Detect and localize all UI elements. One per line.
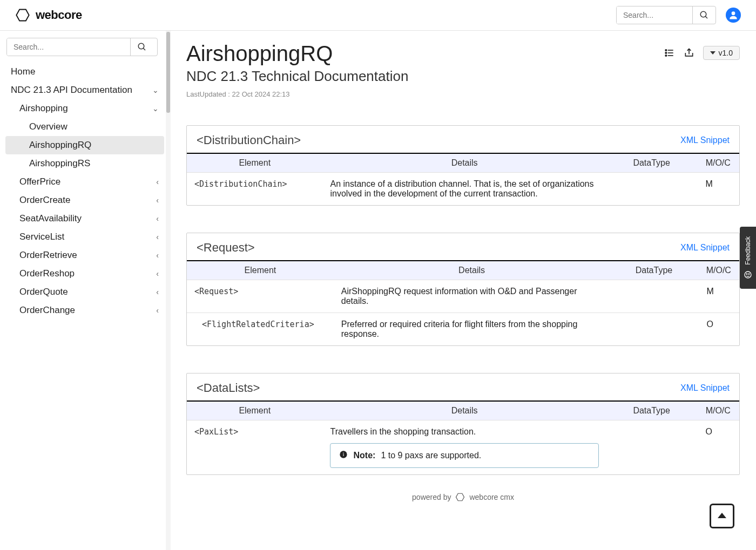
- sidebar-item-label: OrderCreate: [19, 195, 70, 206]
- note-box: iNote: 1 to 9 paxs are supported.: [330, 443, 598, 468]
- sidebar: HomeNDC 21.3 API Documentation⌄Airshoppi…: [0, 31, 170, 550]
- cell-datatype: [606, 173, 697, 206]
- main-area: HomeNDC 21.3 API Documentation⌄Airshoppi…: [0, 31, 756, 550]
- section-title: <Request>: [197, 241, 255, 255]
- share-icon[interactable]: [684, 47, 694, 58]
- content: AirshoppingRQ NDC 21.3 Technical Documen…: [170, 31, 756, 550]
- table-row: <PaxList>Travellers in the shopping tran…: [187, 420, 739, 475]
- search-icon: [137, 42, 147, 52]
- scrollbar-thumb[interactable]: [166, 32, 170, 113]
- version-dropdown[interactable]: v1.0: [703, 46, 740, 60]
- sidebar-item-label: NDC 21.3 API Documentation: [11, 85, 132, 96]
- sidebar-item[interactable]: OrderQuote‹: [5, 283, 164, 301]
- chevron-left-icon: ‹: [156, 196, 159, 205]
- sidebar-item[interactable]: Home: [5, 63, 164, 81]
- page-title: AirshoppingRQ: [186, 42, 408, 66]
- hexagon-icon: [15, 8, 30, 23]
- list-icon[interactable]: [664, 47, 675, 58]
- last-updated: LastUpdated : 22 Oct 2024 22:13: [186, 90, 408, 98]
- sidebar-item-label: OrderChange: [19, 305, 75, 316]
- sidebar-item[interactable]: SeatAvailability‹: [5, 209, 164, 228]
- table-row: <DistributionChain>An instance of a dist…: [187, 173, 739, 206]
- element-table: ElementDetailsDataTypeM/O/C<Distribution…: [187, 154, 739, 205]
- sidebar-item[interactable]: OrderRetrieve‹: [5, 246, 164, 264]
- scroll-to-top-button[interactable]: [710, 504, 734, 528]
- cell-element: <PaxList>: [187, 420, 322, 475]
- page-header: AirshoppingRQ NDC 21.3 Technical Documen…: [186, 42, 740, 98]
- sidebar-item[interactable]: OfferPrice‹: [5, 173, 164, 191]
- cell-moc: M: [698, 280, 739, 313]
- smiley-icon: [744, 270, 752, 279]
- brand-name: webcore: [36, 8, 82, 22]
- sidebar-item[interactable]: OrderCreate‹: [5, 191, 164, 209]
- table-row: <Request>AirShoppingRQ request informati…: [187, 280, 739, 313]
- sidebar-item[interactable]: OrderChange‹: [5, 301, 164, 320]
- cell-details: An instance of a distribution channel. T…: [322, 173, 606, 206]
- sidebar-item[interactable]: OrderReshop‹: [5, 264, 164, 283]
- cell-details: Travellers in the shopping transaction.i…: [322, 420, 606, 475]
- chevron-left-icon: ‹: [156, 214, 159, 223]
- xml-snippet-link[interactable]: XML Snippet: [680, 383, 730, 393]
- svg-point-1: [700, 11, 706, 17]
- sidebar-item[interactable]: AirshoppingRQ: [5, 136, 164, 154]
- search-input[interactable]: [617, 6, 692, 24]
- user-icon: [728, 10, 739, 21]
- note-text: 1 to 9 paxs are supported.: [381, 451, 481, 460]
- chevron-left-icon: ‹: [156, 251, 159, 260]
- svg-marker-16: [718, 513, 726, 518]
- svg-point-19: [748, 274, 749, 274]
- chevron-down-icon: ⌄: [152, 86, 159, 94]
- svg-marker-15: [456, 493, 464, 501]
- user-avatar[interactable]: [726, 8, 741, 23]
- page-subtitle: NDC 21.3 Technical Documentation: [186, 68, 408, 85]
- info-icon: i: [339, 450, 348, 461]
- cell-moc: O: [698, 313, 739, 346]
- chevron-left-icon: ‹: [156, 233, 159, 241]
- feedback-tab[interactable]: Feedback: [740, 227, 756, 289]
- svg-text:i: i: [343, 452, 345, 457]
- col-datatype: DataType: [610, 261, 698, 280]
- top-bar: webcore: [0, 0, 756, 31]
- cell-details: Preferred or required criteria for fligh…: [334, 313, 610, 346]
- cell-moc: O: [697, 420, 739, 475]
- table-row: <FlightRelatedCriteria>Preferred or requ…: [187, 313, 739, 346]
- element-table: ElementDetailsDataTypeM/O/C<Request>AirS…: [187, 261, 739, 345]
- sidebar-item[interactable]: ServiceList‹: [5, 228, 164, 246]
- version-label: v1.0: [719, 49, 733, 57]
- sidebar-item-label: Airshopping: [19, 103, 68, 114]
- col-details: Details: [334, 261, 610, 280]
- sidebar-search-input[interactable]: [7, 38, 130, 56]
- section-header: <Request>XML Snippet: [187, 233, 739, 261]
- sidebar-item[interactable]: Airshopping⌄: [5, 99, 164, 118]
- sidebar-item-label: OrderQuote: [19, 287, 68, 297]
- sidebar-item-label: ServiceList: [19, 232, 64, 242]
- svg-point-18: [746, 274, 747, 274]
- section-header: <DistributionChain>XML Snippet: [187, 126, 739, 154]
- cell-datatype: [610, 313, 698, 346]
- section-title: <DistributionChain>: [197, 133, 301, 147]
- sidebar-item[interactable]: AirshoppingRS: [5, 154, 164, 173]
- brand-logo[interactable]: webcore: [15, 8, 82, 23]
- svg-line-2: [705, 16, 707, 18]
- section-header: <DataLists>XML Snippet: [187, 374, 739, 402]
- col-datatype: DataType: [606, 402, 697, 420]
- sidebar-item[interactable]: NDC 21.3 API Documentation⌄: [5, 81, 164, 99]
- sidebar-search-button[interactable]: [130, 38, 153, 56]
- search-button[interactable]: [692, 6, 716, 24]
- col-element: Element: [187, 402, 322, 420]
- cell-element: <FlightRelatedCriteria>: [187, 313, 334, 346]
- svg-point-17: [745, 271, 751, 278]
- svg-point-3: [732, 11, 735, 15]
- sidebar-item-label: OfferPrice: [19, 176, 60, 187]
- doc-section: <DataLists>XML SnippetElementDetailsData…: [186, 373, 740, 475]
- cell-element: <DistributionChain>: [187, 173, 322, 206]
- cell-moc: M: [697, 173, 739, 206]
- xml-snippet-link[interactable]: XML Snippet: [680, 135, 730, 145]
- doc-section: <DistributionChain>XML SnippetElementDet…: [186, 125, 740, 206]
- sidebar-item[interactable]: Overview: [5, 118, 164, 136]
- xml-snippet-link[interactable]: XML Snippet: [680, 243, 730, 253]
- sidebar-item-label: Home: [11, 66, 35, 77]
- chevron-down-icon: [710, 50, 716, 56]
- chevron-left-icon: ‹: [156, 306, 159, 315]
- svg-point-9: [665, 50, 667, 51]
